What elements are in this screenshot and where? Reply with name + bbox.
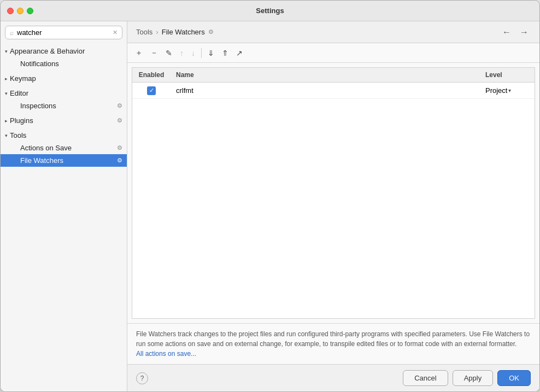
checkbox-checked-icon[interactable]: ✓ — [147, 86, 156, 95]
row-level-cell: Project ▾ — [480, 83, 535, 99]
share-button[interactable]: ↗ — [233, 46, 246, 60]
sidebar-item-notifications[interactable]: Notifications — [1, 57, 127, 70]
sidebar-item-file-watchers[interactable]: File Watchers ⚙ — [1, 154, 127, 167]
chevron-right-icon: ▸ — [5, 76, 8, 81]
chevron-down-icon: ↓ — [191, 49, 195, 57]
question-mark-icon: ? — [140, 375, 144, 382]
bottom-bar: ? Cancel Apply OK — [127, 364, 539, 391]
row-enabled-cell: ✓ — [132, 83, 171, 99]
settings-icon: ⚙ — [117, 144, 122, 151]
sidebar-item-actions-on-save[interactable]: Actions on Save ⚙ — [1, 142, 127, 154]
table-row[interactable]: ✓ crlfmt Project ▾ — [132, 83, 535, 99]
footer-link[interactable]: All actions on save... — [136, 350, 196, 358]
chevron-right-icon: ▸ — [5, 118, 8, 124]
sidebar-item-label-actions-on-save: Actions on Save — [20, 144, 72, 152]
export-button[interactable]: ⇑ — [219, 46, 232, 60]
table-header-row: Enabled Name Level — [132, 68, 535, 83]
forward-button[interactable]: → — [518, 26, 531, 38]
sidebar-group-tools[interactable]: ▾ Tools — [1, 129, 127, 142]
level-dropdown-button[interactable]: ▾ — [508, 87, 511, 93]
level-selector: Project ▾ — [485, 86, 529, 95]
level-value: Project — [485, 86, 507, 95]
watchers-table: Enabled Name Level ✓ crlfmt — [132, 68, 535, 99]
maximize-button[interactable] — [27, 8, 33, 14]
sidebar-item-label-inspections: Inspections — [20, 102, 56, 110]
sidebar-section-keymap: ▸ Keymap — [1, 71, 127, 86]
window-title: Settings — [256, 7, 284, 15]
apply-button[interactable]: Apply — [453, 370, 494, 386]
settings-icon: ⚙ — [208, 28, 214, 36]
sidebar-section-editor: ▾ Editor Inspections ⚙ — [1, 86, 127, 113]
help-button[interactable]: ? — [136, 372, 148, 384]
remove-button[interactable]: － — [147, 46, 161, 60]
breadcrumb-current: File Watchers — [162, 28, 205, 36]
header-navigation: ← → — [500, 26, 531, 38]
sidebar-section-appearance: ▾ Appearance & Behavior Notifications — [1, 44, 127, 71]
sidebar-group-label-plugins: Plugins — [10, 116, 33, 125]
sidebar-item-inspections[interactable]: Inspections ⚙ — [1, 100, 127, 112]
export-icon: ⇑ — [222, 49, 228, 57]
sidebar-group-editor[interactable]: ▾ Editor — [1, 87, 127, 100]
settings-icon: ⚙ — [117, 117, 122, 124]
sidebar-group-label-appearance: Appearance & Behavior — [10, 47, 85, 55]
move-up-button[interactable]: ↑ — [177, 46, 187, 60]
sidebar-item-label-notifications: Notifications — [20, 60, 59, 68]
chevron-down-icon: ▾ — [5, 49, 8, 54]
close-button[interactable] — [7, 8, 14, 14]
titlebar: Settings — [1, 1, 539, 21]
cancel-button[interactable]: Cancel — [403, 370, 448, 386]
breadcrumb-separator: › — [156, 28, 158, 36]
share-icon: ↗ — [236, 49, 243, 57]
chevron-down-icon: ▾ — [5, 91, 8, 96]
sidebar-item-label-keymap: Keymap — [10, 74, 36, 83]
row-name-cell: crlfmt — [171, 83, 480, 99]
col-header-level: Level — [480, 68, 535, 83]
minus-icon: － — [150, 48, 158, 58]
settings-window: Settings ⌕ ✕ ▾ Appearance & Behavior Not… — [0, 0, 540, 392]
back-button[interactable]: ← — [500, 26, 513, 38]
sidebar-group-label-editor: Editor — [10, 89, 28, 97]
search-box[interactable]: ⌕ ✕ — [5, 26, 122, 39]
main-content-area: ⌕ ✕ ▾ Appearance & Behavior Notification… — [1, 21, 539, 391]
add-button[interactable]: ＋ — [132, 46, 146, 60]
sidebar-group-keymap[interactable]: ▸ Keymap — [1, 72, 127, 85]
breadcrumb: Tools › File Watchers ⚙ — [136, 28, 214, 36]
sidebar-group-label-tools: Tools — [10, 131, 26, 139]
settings-icon: ⚙ — [117, 102, 122, 109]
toolbar: ＋ － ✎ ↑ ↓ ⇓ — [127, 43, 539, 63]
sidebar-group-plugins[interactable]: ▸ Plugins ⚙ — [1, 114, 127, 127]
watchers-table-container: Enabled Name Level ✓ crlfmt — [132, 67, 535, 319]
traffic-lights — [7, 8, 33, 14]
import-button[interactable]: ⇓ — [204, 46, 218, 60]
main-content: ＋ － ✎ ↑ ↓ ⇓ — [127, 43, 539, 364]
action-buttons: Cancel Apply OK — [403, 370, 531, 386]
footer-info: File Watchers track changes to the proje… — [127, 323, 539, 364]
import-icon: ⇓ — [208, 49, 214, 57]
sidebar-item-label-file-watchers: File Watchers — [20, 156, 63, 165]
sidebar-section-tools: ▾ Tools Actions on Save ⚙ File Watchers … — [1, 128, 127, 168]
main-header: Tools › File Watchers ⚙ ← → — [127, 21, 539, 43]
search-icon: ⌕ — [10, 29, 14, 37]
chevron-down-icon: ▾ — [5, 133, 8, 138]
sidebar: ⌕ ✕ ▾ Appearance & Behavior Notification… — [1, 21, 127, 391]
breadcrumb-parent: Tools — [136, 28, 152, 36]
pencil-icon: ✎ — [166, 49, 172, 57]
col-header-name: Name — [171, 68, 480, 83]
ok-button[interactable]: OK — [497, 370, 531, 386]
col-header-enabled: Enabled — [132, 68, 171, 83]
add-icon: ＋ — [135, 48, 143, 58]
footer-description: File Watchers track changes to the proje… — [136, 329, 531, 349]
chevron-up-icon: ↑ — [180, 49, 184, 57]
sidebar-group-appearance-behavior[interactable]: ▾ Appearance & Behavior — [1, 45, 127, 57]
main-panel: Tools › File Watchers ⚙ ← → ＋ － — [127, 21, 539, 391]
toolbar-separator — [201, 48, 202, 58]
sidebar-section-plugins: ▸ Plugins ⚙ — [1, 113, 127, 128]
edit-button[interactable]: ✎ — [162, 46, 175, 60]
move-down-button[interactable]: ↓ — [188, 46, 198, 60]
minimize-button[interactable] — [17, 8, 24, 14]
search-input[interactable] — [17, 28, 109, 37]
settings-icon: ⚙ — [117, 157, 122, 164]
clear-search-icon[interactable]: ✕ — [113, 29, 118, 36]
